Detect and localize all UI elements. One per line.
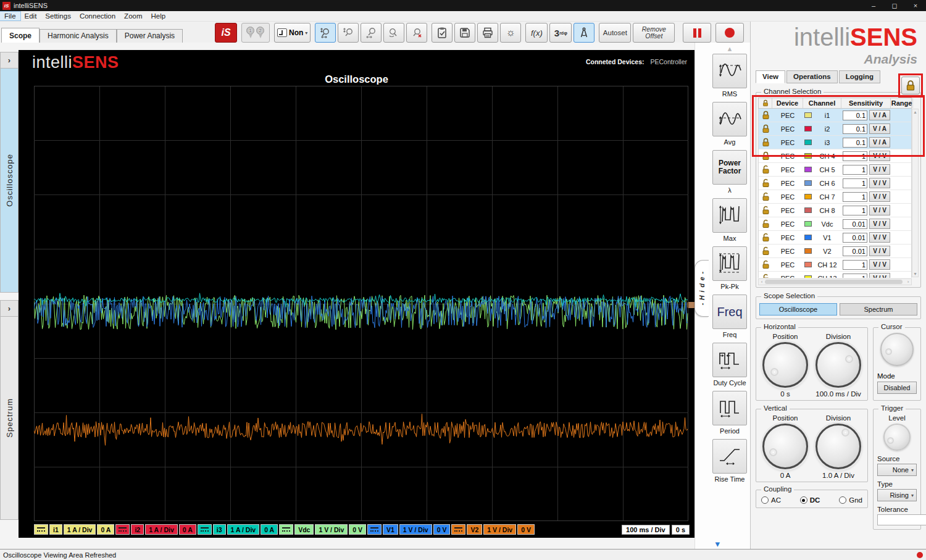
menu-file[interactable]: File [0, 12, 20, 20]
sensitivity-input[interactable] [843, 233, 867, 243]
unit-button[interactable]: V / V [869, 178, 890, 188]
coupling-dc-radio[interactable]: DC [800, 496, 820, 504]
brightness-button[interactable]: ☼ [500, 23, 521, 43]
coupling-ac-radio[interactable]: AC [761, 496, 781, 504]
sensitivity-input[interactable] [843, 260, 867, 270]
save-button[interactable] [454, 23, 475, 43]
cursor-mode-button[interactable]: Disabled [877, 382, 917, 394]
measure-pk-pk-button[interactable] [712, 246, 747, 281]
measure-rms-button[interactable] [712, 54, 747, 88]
measure-λ-button[interactable]: PowerFactor [712, 150, 747, 185]
sensitivity-input[interactable] [843, 178, 867, 188]
close-button[interactable]: × [905, 0, 926, 11]
vertical-position-knob[interactable] [762, 424, 808, 469]
scroll-up-icon[interactable]: ▴ [728, 45, 732, 52]
channel-row-i1[interactable]: PECi1V / A [759, 109, 911, 122]
table-horizontal-scrollbar[interactable]: ‹› [758, 278, 912, 285]
measure-duty-cycle-button[interactable] [712, 343, 747, 377]
zoom-undo-button[interactable] [383, 23, 404, 43]
channel-row-v1[interactable]: PECV1V / V [759, 231, 911, 244]
measure-freq-button[interactable]: Freq [712, 295, 747, 329]
third-harmonic-button[interactable]: 3rdφ [549, 23, 572, 43]
print-button[interactable] [477, 23, 498, 43]
unit-button[interactable]: V / V [869, 219, 890, 229]
unit-button[interactable]: V / A [869, 110, 890, 120]
measure-period-button[interactable] [712, 391, 747, 425]
tab-operations[interactable]: Operations [786, 70, 838, 83]
unit-button[interactable]: V / A [869, 123, 890, 134]
minimize-button[interactable]: – [863, 0, 884, 11]
unit-button[interactable]: V / V [869, 164, 890, 175]
channel-row-vdc[interactable]: PECVdcV / V [759, 217, 911, 231]
scroll-down-icon[interactable]: ▾ [715, 540, 720, 548]
tab-power-analysis[interactable]: Power Analysis [117, 29, 183, 43]
tab-logging[interactable]: Logging [839, 70, 880, 83]
marker-pin-1-icon[interactable]: 1 [246, 27, 255, 39]
zoom-horizontal-button[interactable] [361, 23, 382, 43]
measure-rise-time-button[interactable] [712, 439, 747, 474]
channel-row-ch-7[interactable]: PECCH 7V / V [759, 190, 911, 204]
table-vertical-scrollbar[interactable]: ▴▾ [912, 109, 919, 277]
zoom-reset-button[interactable] [406, 23, 427, 43]
sensitivity-input[interactable] [843, 206, 867, 215]
intellisens-logo-button[interactable]: iS [215, 23, 237, 43]
menu-connection[interactable]: Connection [75, 12, 120, 20]
trigger-tolerance-input[interactable] [877, 514, 926, 525]
hide-panel-tab[interactable]: - H i d e - [694, 260, 709, 317]
unit-button[interactable]: V / V [869, 246, 890, 256]
sensitivity-input[interactable] [843, 138, 867, 148]
channel-row-ch-5[interactable]: PECCH 5V / V [759, 163, 911, 177]
tab-harmonic-analysis[interactable]: Harmonic Analysis [40, 29, 117, 43]
sensitivity-input[interactable] [843, 124, 867, 134]
sensitivity-input[interactable] [843, 165, 867, 175]
horizontal-position-knob[interactable] [762, 342, 808, 388]
sensitivity-input[interactable] [843, 246, 867, 256]
channel-row-v2[interactable]: PECV2V / V [759, 244, 911, 258]
channel-row-ch-6[interactable]: PECCH 6V / V [759, 177, 911, 190]
cursor-knob[interactable] [880, 333, 914, 366]
unit-button[interactable]: V / A [869, 137, 890, 148]
channel-row-i3[interactable]: PECi3V / A [759, 136, 911, 149]
menu-edit[interactable]: Edit [20, 12, 41, 20]
trigger-mode-dropdown[interactable]: Non ▾ [274, 23, 311, 43]
remove-offset-button[interactable]: RemoveOffset [633, 23, 675, 43]
horizontal-division-knob[interactable] [815, 342, 861, 388]
channel-row-i2[interactable]: PECi2V / A [759, 122, 911, 136]
channel-row-ch-8[interactable]: PECCH 8V / V [759, 204, 911, 217]
trigger-source-select[interactable]: None▾ [877, 464, 917, 476]
sensitivity-input[interactable] [843, 151, 867, 161]
copy-to-clipboard-button[interactable] [432, 23, 453, 43]
measure-compass-button[interactable] [574, 23, 594, 43]
autoset-button[interactable]: Autoset [599, 23, 631, 43]
sensitivity-input[interactable] [843, 274, 867, 278]
zoom-vertical-button[interactable] [338, 23, 359, 43]
trigger-type-select[interactable]: Rising▾ [877, 489, 917, 501]
sensitivity-input[interactable] [843, 219, 867, 229]
sidebar-tab-oscilloscope[interactable]: › Oscilloscope [0, 52, 19, 293]
unit-button[interactable]: V / V [869, 273, 890, 278]
zoom-xy-button[interactable] [315, 23, 336, 43]
channel-row-ch-13[interactable]: PECCH 13V / V [759, 272, 911, 278]
measure-max-button[interactable] [712, 198, 747, 233]
sensitivity-input[interactable] [843, 192, 867, 202]
coupling-gnd-radio[interactable]: Gnd [839, 496, 862, 504]
marker-pin-2-icon[interactable]: 2 [256, 27, 265, 39]
channel-row-ch-4[interactable]: PECCH 4V / V [759, 149, 911, 163]
tab-view[interactable]: View [756, 70, 785, 83]
expand-chevron-icon[interactable]: › [1, 301, 18, 317]
menu-zoom[interactable]: Zoom [120, 12, 146, 20]
pause-button[interactable] [683, 23, 711, 43]
spectrum-mode-button[interactable]: Spectrum [840, 303, 917, 316]
unit-button[interactable]: V / V [869, 191, 890, 202]
expand-chevron-icon[interactable]: › [1, 52, 18, 69]
unit-button[interactable]: V / V [869, 151, 890, 161]
unit-button[interactable]: V / V [869, 232, 890, 243]
trigger-level-knob[interactable] [883, 424, 911, 451]
sensitivity-input[interactable] [843, 111, 867, 120]
record-button[interactable] [715, 23, 744, 43]
channel-row-ch-12[interactable]: PECCH 12V / V [759, 258, 911, 272]
oscilloscope-mode-button[interactable]: Oscilloscope [759, 303, 837, 316]
function-button[interactable]: f(x) [525, 23, 548, 43]
unit-button[interactable]: V / V [869, 259, 890, 270]
sidebar-tab-spectrum[interactable]: › Spectrum [0, 300, 19, 520]
